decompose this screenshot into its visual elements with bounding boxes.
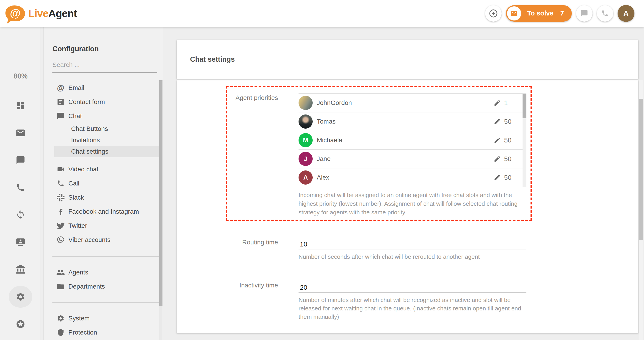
edit-pencil-icon[interactable] bbox=[494, 137, 501, 144]
sidebar-item-label: Viber accounts bbox=[68, 236, 110, 243]
sidebar-item-chat-buttons[interactable]: Chat Buttons bbox=[44, 123, 163, 135]
sidebar-scrollbar-thumb[interactable] bbox=[159, 80, 162, 306]
rail-item-billing[interactable] bbox=[9, 261, 32, 278]
brand-live: Live bbox=[28, 7, 48, 19]
folder-icon bbox=[56, 282, 66, 291]
sidebar-item-label: Invitations bbox=[71, 137, 100, 144]
rail-item-settings[interactable] bbox=[9, 286, 32, 308]
sidebar-menu: @ Email Contact form Chat Chat Buttons I… bbox=[44, 81, 163, 247]
rail-item-mail[interactable] bbox=[9, 125, 32, 141]
sidebar-item-chat[interactable]: Chat bbox=[44, 109, 163, 123]
to-solve-label: To solve bbox=[527, 9, 554, 17]
sidebar-item-chat-settings[interactable]: Chat settings bbox=[54, 146, 160, 157]
sidebar-item-label: Contact form bbox=[68, 98, 105, 106]
user-avatar[interactable]: A bbox=[618, 5, 634, 22]
main-scrollbar-thumb[interactable] bbox=[639, 99, 643, 240]
sidebar-item-slack[interactable]: Slack bbox=[44, 190, 163, 205]
rail-item-tickets[interactable] bbox=[9, 206, 32, 223]
sidebar-item-label: Agents bbox=[68, 269, 88, 276]
star-circle-icon bbox=[16, 319, 25, 329]
sidebar-item-label: Departments bbox=[68, 283, 105, 290]
page-title-card: Chat settings bbox=[176, 40, 638, 79]
rail-item-gamification[interactable] bbox=[9, 316, 32, 333]
envelope-icon bbox=[510, 10, 518, 17]
sidebar-item-contact-form[interactable]: Contact form bbox=[44, 95, 163, 109]
avatar-alex: A bbox=[298, 170, 313, 184]
chat-settings-form: Agent priorities JohnGordon 1 Tomas 50 bbox=[176, 80, 638, 333]
sidebar-item-invitations[interactable]: Invitations bbox=[44, 135, 163, 146]
user-avatar-initial: A bbox=[624, 9, 628, 17]
phone-icon bbox=[601, 9, 609, 17]
sync-loop-icon bbox=[16, 210, 25, 220]
rail-item-contacts[interactable] bbox=[9, 234, 32, 251]
rail-item-phone[interactable] bbox=[9, 179, 32, 196]
agent-list-scrollbar-thumb[interactable] bbox=[522, 94, 526, 118]
chat-icon bbox=[16, 156, 25, 165]
icon-rail: 80% bbox=[0, 27, 41, 340]
main-content: Chat settings Agent priorities JohnGordo… bbox=[163, 27, 644, 340]
search-input[interactable] bbox=[52, 61, 157, 73]
agent-row: Tomas 50 bbox=[298, 112, 526, 131]
sidebar-item-email[interactable]: @ Email bbox=[44, 81, 163, 95]
avatar-initial: A bbox=[303, 174, 308, 181]
sidebar-item-label: System bbox=[68, 315, 90, 322]
edit-pencil-icon[interactable] bbox=[494, 99, 501, 107]
agent-priority-controls: 50 bbox=[494, 137, 526, 144]
performance-percent: 80% bbox=[0, 72, 41, 80]
edit-pencil-icon[interactable] bbox=[494, 155, 501, 163]
agent-name: Jane bbox=[317, 155, 331, 163]
sidebar-item-label: Email bbox=[68, 84, 84, 91]
mail-icon bbox=[16, 128, 26, 138]
header-actions: To solve 7 A bbox=[485, 5, 644, 22]
sidebar-item-departments[interactable]: Departments bbox=[44, 280, 163, 294]
sidebar-item-agents[interactable]: Agents bbox=[44, 265, 163, 280]
sidebar-item-label: Protection bbox=[68, 329, 97, 336]
agent-priority-controls: 1 bbox=[494, 99, 526, 107]
sidebar-item-protection[interactable]: Protection bbox=[44, 326, 163, 340]
gear-icon bbox=[16, 292, 25, 302]
agent-priority-controls: 50 bbox=[494, 174, 526, 181]
sidebar-item-video-chat[interactable]: Video chat bbox=[44, 162, 163, 176]
main-scrollbar[interactable] bbox=[639, 80, 643, 340]
inactivity-time-label: Inactivity time bbox=[202, 282, 278, 289]
sidebar-item-facebook-instagram[interactable]: Facebook and Instagram bbox=[44, 205, 163, 219]
sidebar-item-system[interactable]: System bbox=[44, 311, 163, 326]
agent-priorities-list: JohnGordon 1 Tomas 50 M Micha bbox=[298, 93, 526, 187]
sidebar-menu-system: System Protection bbox=[44, 311, 163, 340]
calls-button[interactable] bbox=[597, 5, 613, 22]
add-button[interactable] bbox=[485, 5, 502, 22]
agent-name: Michaela bbox=[317, 137, 342, 144]
rail-item-dashboard[interactable] bbox=[9, 97, 32, 114]
sidebar-item-call[interactable]: Call bbox=[44, 176, 163, 190]
sidebar-item-label: Facebook and Instagram bbox=[68, 208, 139, 215]
chats-button[interactable] bbox=[576, 5, 592, 22]
agent-row: A Alex 50 bbox=[298, 169, 526, 187]
avatar-michaela: M bbox=[298, 133, 313, 147]
agent-priority-controls: 50 bbox=[494, 155, 526, 163]
sidebar-item-viber[interactable]: Viber accounts bbox=[44, 233, 163, 247]
liveagent-logo[interactable]: @ LiveAgent bbox=[6, 5, 77, 21]
sidebar-item-twitter[interactable]: Twitter bbox=[44, 219, 163, 233]
avatar-initial: J bbox=[304, 155, 308, 163]
edit-pencil-icon[interactable] bbox=[494, 174, 501, 181]
edit-pencil-icon[interactable] bbox=[494, 118, 501, 125]
sidebar-item-label: Chat bbox=[68, 112, 82, 120]
agent-name: Alex bbox=[317, 174, 329, 181]
to-solve-button[interactable]: To solve 7 bbox=[506, 5, 572, 22]
slack-icon bbox=[56, 194, 66, 201]
sidebar-scrollbar[interactable] bbox=[159, 80, 162, 340]
agent-row: J Jane 50 bbox=[298, 150, 526, 169]
rail-item-chat[interactable] bbox=[9, 152, 32, 169]
agent-name: JohnGordon bbox=[317, 99, 352, 107]
sidebar-divider-line bbox=[52, 256, 160, 257]
phone-icon bbox=[56, 179, 66, 187]
twitter-icon bbox=[56, 222, 66, 230]
sidebar-menu-agents: Agents Departments bbox=[44, 265, 163, 294]
agent-list-scrollbar[interactable] bbox=[522, 94, 526, 187]
inactivity-time-input[interactable] bbox=[298, 283, 526, 293]
routing-time-input[interactable] bbox=[298, 239, 526, 249]
agent-priorities-label: Agent priorities bbox=[202, 94, 278, 102]
routing-time-help: Number of seconds after which chat will … bbox=[298, 253, 533, 261]
sidebar-item-label: Video chat bbox=[68, 166, 98, 173]
agent-name: Tomas bbox=[317, 118, 336, 125]
